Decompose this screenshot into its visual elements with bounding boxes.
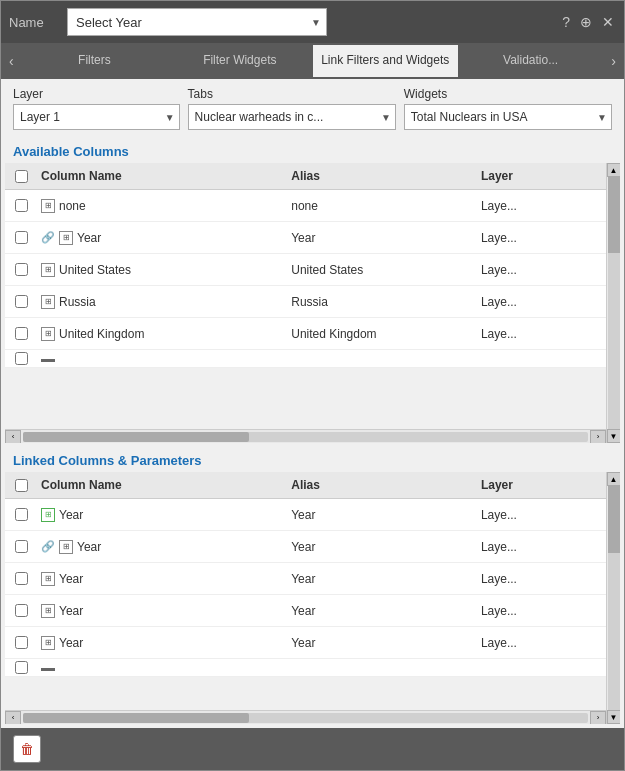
linked-partial-checkbox[interactable] xyxy=(15,661,28,674)
linked-row-3-alias: Year xyxy=(287,600,477,622)
layer-select-wrapper[interactable]: Layer 1 ▼ xyxy=(13,104,180,130)
tab-filters[interactable]: Filters xyxy=(22,45,167,77)
available-row-2-layer: Laye... xyxy=(477,259,606,281)
tab-link-filters[interactable]: Link Filters and Widgets xyxy=(313,45,458,77)
table-row: ⊞YearYearLaye... xyxy=(5,499,606,531)
available-row-1-checkbox[interactable] xyxy=(15,231,28,244)
linked-row-4-name-cell: ⊞Year xyxy=(37,632,287,654)
linked-row-3-layer: Laye... xyxy=(477,600,606,622)
available-row-2-check-cell xyxy=(5,263,37,276)
linked-table-main: Column Name Alias Layer ⊞YearYearLaye...… xyxy=(5,472,606,724)
column-type-icon: ⊞ xyxy=(41,327,55,341)
linked-h-scrollbar[interactable]: ‹ › xyxy=(5,710,606,724)
available-scroll-left-btn[interactable]: ‹ xyxy=(5,430,21,444)
table-row: ⊞United KingdomUnited KingdomLaye... xyxy=(5,318,606,350)
available-row-4-checkbox[interactable] xyxy=(15,327,28,340)
available-row-0-name-cell: ⊞none xyxy=(37,195,287,217)
available-check-all[interactable] xyxy=(15,170,28,183)
layer-dropdown-group: Layer Layer 1 ▼ xyxy=(13,87,180,130)
available-columns-section: Available Columns Column Name Alias Laye… xyxy=(1,138,624,447)
linked-v-scrollbar[interactable]: ▲ ▼ xyxy=(606,472,620,724)
linked-row-2-name: Year xyxy=(59,572,83,586)
year-select[interactable]: Select Year xyxy=(67,8,327,36)
linked-col-name-header: Column Name xyxy=(37,476,287,494)
linked-vscroll-track[interactable] xyxy=(608,486,620,710)
tab-filter-widgets[interactable]: Filter Widgets xyxy=(167,45,312,77)
linked-scroll-right-btn[interactable]: › xyxy=(590,711,606,725)
linked-row-1-checkbox[interactable] xyxy=(15,540,28,553)
available-table-main: Column Name Alias Layer ⊞nonenoneLaye...… xyxy=(5,163,606,443)
content-area: Layer Layer 1 ▼ Tabs Nuclear warheads in… xyxy=(1,79,624,728)
available-vscroll-down-btn[interactable]: ▼ xyxy=(607,429,621,443)
available-alias-header: Alias xyxy=(287,167,477,185)
close-button[interactable]: ✕ xyxy=(600,12,616,32)
tab-prev-button[interactable]: ‹ xyxy=(1,43,22,79)
linked-columns-header: Linked Columns & Parameters xyxy=(1,447,624,472)
table-row: 🔗⊞YearYearLaye... xyxy=(5,531,606,563)
available-scroll-right-btn[interactable]: › xyxy=(590,430,606,444)
available-row-2-alias: United States xyxy=(287,259,477,281)
available-partial-row xyxy=(5,350,606,368)
linked-columns-section: Linked Columns & Parameters Column Name … xyxy=(1,447,624,728)
year-select-wrapper[interactable]: Select Year ▼ xyxy=(67,8,327,36)
delete-button[interactable]: 🗑 xyxy=(13,735,41,763)
tab-next-button[interactable]: › xyxy=(603,43,624,79)
available-vscroll-thumb xyxy=(608,177,620,253)
help-button[interactable]: ? xyxy=(560,12,572,32)
linked-scroll-track[interactable] xyxy=(23,713,588,723)
linked-header-check xyxy=(5,476,37,494)
widgets-select-wrapper[interactable]: Total Nuclears in USA ▼ xyxy=(404,104,612,130)
available-vscroll-track[interactable] xyxy=(608,177,620,429)
move-button[interactable]: ⊕ xyxy=(578,12,594,32)
widgets-select[interactable]: Total Nuclears in USA xyxy=(404,104,612,130)
available-row-4-name-cell: ⊞United Kingdom xyxy=(37,323,287,345)
title-bar: Name Select Year ▼ ? ⊕ ✕ xyxy=(1,1,624,43)
dialog-window: Name Select Year ▼ ? ⊕ ✕ ‹ Filters Filte… xyxy=(0,0,625,771)
tabs-select-wrapper[interactable]: Nuclear warheads in c... ▼ xyxy=(188,104,396,130)
column-type-icon: ⊞ xyxy=(59,540,73,554)
available-row-3-checkbox[interactable] xyxy=(15,295,28,308)
available-scroll-track[interactable] xyxy=(23,432,588,442)
available-row-4-check-cell xyxy=(5,327,37,340)
available-v-scrollbar[interactable]: ▲ ▼ xyxy=(606,163,620,443)
linked-row-2-name-cell: ⊞Year xyxy=(37,568,287,590)
column-type-icon: ⊞ xyxy=(59,231,73,245)
available-partial-name xyxy=(37,351,606,366)
title-icon-group: ? ⊕ ✕ xyxy=(560,12,616,32)
linked-vscroll-up-btn[interactable]: ▲ xyxy=(607,472,621,486)
available-row-0-layer: Laye... xyxy=(477,195,606,217)
linked-scroll-thumb xyxy=(23,713,249,723)
available-col-name-header: Column Name xyxy=(37,167,287,185)
linked-row-4-name: Year xyxy=(59,636,83,650)
available-vscroll-up-btn[interactable]: ▲ xyxy=(607,163,621,177)
linked-scroll-left-btn[interactable]: ‹ xyxy=(5,711,21,725)
linked-check-all[interactable] xyxy=(15,479,28,492)
layer-select[interactable]: Layer 1 xyxy=(13,104,180,130)
table-row: ⊞YearYearLaye... xyxy=(5,563,606,595)
available-table-body: ⊞nonenoneLaye...🔗⊞YearYearLaye...⊞United… xyxy=(5,190,606,429)
tabs-select[interactable]: Nuclear warheads in c... xyxy=(188,104,396,130)
available-h-scrollbar[interactable]: ‹ › xyxy=(5,429,606,443)
available-row-2-name-cell: ⊞United States xyxy=(37,259,287,281)
linked-row-1-alias: Year xyxy=(287,536,477,558)
available-row-2-name: United States xyxy=(59,263,131,277)
table-row: 🔗⊞YearYearLaye... xyxy=(5,222,606,254)
linked-row-0-name-cell: ⊞Year xyxy=(37,504,287,526)
linked-vscroll-down-btn[interactable]: ▼ xyxy=(607,710,621,724)
linked-row-2-checkbox[interactable] xyxy=(15,572,28,585)
available-partial-checkbox[interactable] xyxy=(15,352,28,365)
available-row-3-alias: Russia xyxy=(287,291,477,313)
tab-validation[interactable]: Validatio... xyxy=(458,45,603,77)
available-row-0-checkbox[interactable] xyxy=(15,199,28,212)
linked-row-0-checkbox[interactable] xyxy=(15,508,28,521)
linked-row-3-checkbox[interactable] xyxy=(15,604,28,617)
linked-row-4-checkbox[interactable] xyxy=(15,636,28,649)
available-row-4-name: United Kingdom xyxy=(59,327,144,341)
available-row-2-checkbox[interactable] xyxy=(15,263,28,276)
linked-table-body: ⊞YearYearLaye...🔗⊞YearYearLaye...⊞YearYe… xyxy=(5,499,606,710)
available-partial-check xyxy=(5,352,37,365)
column-type-icon: ⊞ xyxy=(41,604,55,618)
available-row-1-name: Year xyxy=(77,231,101,245)
linked-partial-row xyxy=(5,659,606,677)
column-type-icon: ⊞ xyxy=(41,295,55,309)
